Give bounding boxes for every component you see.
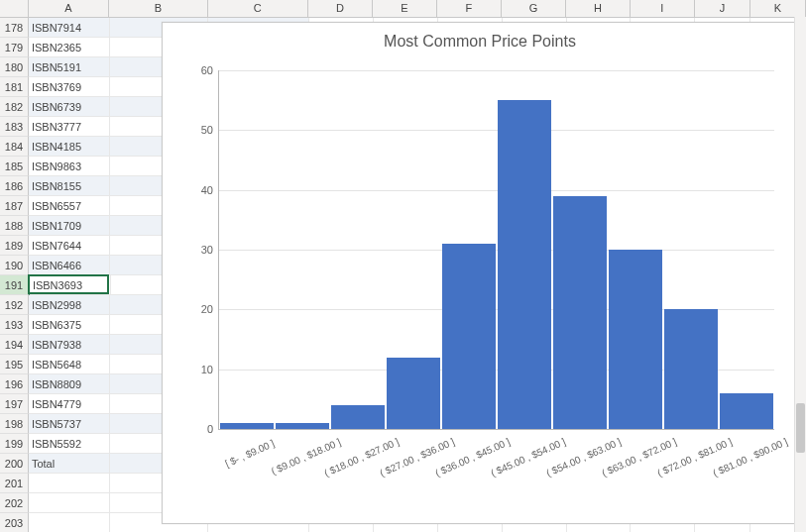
col-header-G[interactable]: G — [502, 0, 566, 17]
chart-bar[interactable] — [720, 393, 773, 429]
chart-bar[interactable] — [664, 309, 718, 429]
row-header[interactable]: 196 — [0, 374, 29, 394]
row-header[interactable]: 195 — [0, 355, 29, 374]
chart-bar[interactable] — [331, 405, 385, 429]
chart-bar[interactable] — [498, 100, 551, 429]
cell[interactable]: ISBN8809 — [29, 374, 110, 394]
row-header[interactable]: 197 — [0, 394, 29, 414]
cell[interactable]: ISBN1709 — [29, 216, 110, 236]
col-header-J[interactable]: J — [695, 0, 750, 17]
chart-bar[interactable] — [609, 250, 662, 429]
row-header[interactable]: 182 — [0, 97, 29, 117]
cell[interactable]: ISBN7644 — [29, 236, 110, 256]
chart-y-tick: 0 — [173, 423, 219, 435]
chart-bar[interactable] — [387, 358, 440, 429]
chart-title: Most Common Price Points — [163, 33, 797, 51]
chart-y-tick: 10 — [173, 364, 219, 375]
chart-bar-slot — [608, 70, 663, 429]
cell[interactable]: ISBN5592 — [29, 434, 110, 454]
select-all-corner[interactable] — [0, 0, 29, 17]
chart-bars — [219, 70, 774, 429]
col-header-E[interactable]: E — [373, 0, 437, 17]
row-header[interactable]: 179 — [0, 38, 29, 57]
row-header[interactable]: 202 — [0, 493, 29, 513]
cell[interactable]: Total — [29, 454, 110, 474]
chart-bar-slot — [497, 70, 552, 429]
row-header[interactable]: 178 — [0, 18, 29, 38]
cell[interactable]: ISBN2365 — [29, 38, 110, 57]
row-header[interactable]: 185 — [0, 157, 29, 176]
row-header[interactable]: 180 — [0, 57, 29, 77]
col-header-A[interactable]: A — [29, 0, 110, 17]
cell[interactable]: ISBN3693 — [30, 275, 111, 295]
chart-x-tick-label: ( $81.00 , $90.00 ] — [711, 436, 789, 479]
row-header[interactable]: 194 — [0, 335, 29, 355]
col-header-H[interactable]: H — [566, 0, 631, 17]
chart-bar[interactable] — [276, 423, 329, 429]
cell[interactable]: ISBN5191 — [29, 57, 110, 77]
chart-bar-slot — [386, 70, 441, 429]
row-header[interactable]: 187 — [0, 196, 29, 216]
cell[interactable]: ISBN5737 — [29, 414, 110, 434]
col-header-B[interactable]: B — [109, 0, 207, 17]
chart-plot-area[interactable]: 0102030405060 — [218, 70, 774, 430]
chart-y-tick: 20 — [173, 303, 219, 315]
row-header[interactable]: 191 — [0, 275, 30, 295]
cell[interactable] — [29, 493, 110, 513]
cell[interactable]: ISBN3777 — [29, 117, 110, 137]
row-header[interactable]: 193 — [0, 315, 29, 335]
cell[interactable] — [29, 513, 110, 532]
chart-x-tick-slot: ( $54.00 , $63.00 ] — [551, 433, 607, 512]
chart-x-tick-slot: ( $36.00 , $45.00 ] — [440, 433, 496, 512]
chart-container[interactable]: Most Common Price Points 0102030405060 [… — [162, 22, 798, 524]
cell[interactable]: ISBN7938 — [29, 335, 110, 355]
row-header[interactable]: 181 — [0, 77, 29, 97]
row-header[interactable]: 192 — [0, 295, 29, 315]
cell[interactable]: ISBN4779 — [29, 394, 110, 414]
spreadsheet-viewport: A B C D E F G H I J K 178ISBN7914$67.96$… — [0, 0, 806, 532]
col-header-D[interactable]: D — [308, 0, 373, 17]
cell[interactable]: ISBN7914 — [29, 18, 110, 38]
chart-x-tick-slot: ( $45.00 , $54.00 ] — [496, 433, 551, 512]
chart-x-tick-slot: ( $27.00 , $36.00 ] — [385, 433, 440, 512]
cell[interactable]: ISBN2998 — [29, 295, 110, 315]
chart-bar[interactable] — [442, 244, 496, 429]
cell[interactable]: ISBN6557 — [29, 196, 110, 216]
chart-bar-slot — [219, 70, 275, 429]
scrollbar-thumb[interactable] — [796, 403, 805, 453]
col-header-C[interactable]: C — [208, 0, 308, 17]
vertical-scrollbar[interactable] — [794, 17, 806, 532]
cell[interactable]: ISBN6375 — [29, 315, 110, 335]
chart-bar[interactable] — [220, 423, 274, 429]
col-header-F[interactable]: F — [437, 0, 502, 17]
chart-x-tick-label: [ $- , $9.00 ] — [223, 438, 276, 470]
row-header[interactable]: 203 — [0, 513, 29, 532]
cell[interactable]: ISBN5648 — [29, 355, 110, 374]
chart-x-tick-slot: ( $81.00 , $90.00 ] — [718, 433, 773, 512]
cell[interactable] — [29, 474, 110, 493]
cell[interactable]: ISBN6739 — [29, 97, 110, 117]
col-header-K[interactable]: K — [750, 0, 806, 17]
row-header[interactable]: 190 — [0, 256, 29, 275]
cell[interactable]: ISBN9863 — [29, 157, 110, 176]
chart-bar-slot — [330, 70, 386, 429]
row-header[interactable]: 188 — [0, 216, 29, 236]
row-header[interactable]: 184 — [0, 137, 29, 157]
cell[interactable]: ISBN3769 — [29, 77, 110, 97]
chart-bar[interactable] — [553, 196, 607, 429]
chart-x-tick-slot: ( $72.00 , $81.00 ] — [662, 433, 718, 512]
chart-x-tick-slot: [ $- , $9.00 ] — [218, 433, 274, 512]
col-header-I[interactable]: I — [631, 0, 695, 17]
chart-bar-slot — [275, 70, 330, 429]
row-header[interactable]: 199 — [0, 434, 29, 454]
row-header[interactable]: 201 — [0, 474, 29, 493]
cell[interactable]: ISBN8155 — [29, 176, 110, 196]
row-header[interactable]: 186 — [0, 176, 29, 196]
row-header[interactable]: 183 — [0, 117, 29, 137]
cell[interactable]: ISBN6466 — [29, 256, 110, 275]
row-header[interactable]: 198 — [0, 414, 29, 434]
cell[interactable]: ISBN4185 — [29, 137, 110, 157]
chart-x-tick-slot: ( $9.00 , $18.00 ] — [274, 433, 329, 512]
row-header[interactable]: 189 — [0, 236, 29, 256]
row-header[interactable]: 200 — [0, 454, 29, 474]
